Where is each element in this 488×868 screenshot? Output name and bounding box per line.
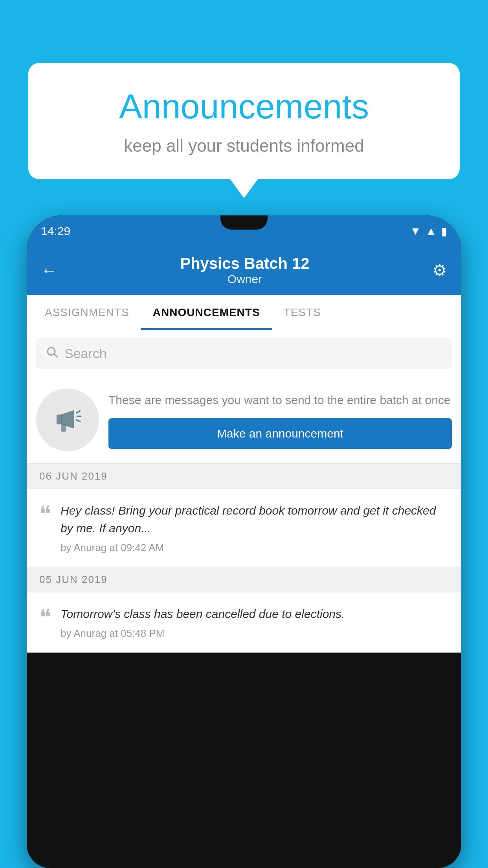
date-divider-2: 05 JUN 2019 — [27, 567, 461, 592]
phone-content: Search These are messages you want to se… — [27, 330, 461, 653]
announcement-text-1: Hey class! Bring your practical record b… — [61, 502, 449, 554]
search-icon — [46, 345, 58, 362]
tab-assignments[interactable]: ASSIGNMENTS — [33, 295, 141, 330]
settings-icon[interactable]: ⚙ — [432, 261, 447, 280]
promo-description: These are messages you want to send to t… — [108, 391, 452, 409]
bubble-title: Announcements — [44, 86, 444, 127]
promo-section: These are messages you want to send to t… — [27, 377, 461, 463]
announcement-meta-2: by Anurag at 05:48 PM — [61, 627, 449, 640]
date-divider-1: 06 JUN 2019 — [27, 463, 461, 489]
announcement-item-2[interactable]: ❝ Tomorrow's class has been cancelled du… — [27, 592, 461, 653]
megaphone-icon — [50, 402, 85, 438]
announcement-preview-1: Hey class! Bring your practical record b… — [61, 502, 449, 537]
announcement-text-2: Tomorrow's class has been cancelled due … — [61, 605, 449, 640]
tab-announcements[interactable]: ANNOUNCEMENTS — [141, 295, 272, 330]
header-center: Physics Batch 12 Owner — [180, 255, 309, 286]
back-button[interactable]: ← — [41, 261, 57, 280]
promo-icon-circle — [36, 388, 99, 451]
quote-icon-1: ❝ — [39, 503, 51, 554]
promo-right: These are messages you want to send to t… — [108, 391, 452, 449]
search-placeholder: Search — [64, 346, 107, 361]
announcement-preview-2: Tomorrow's class has been cancelled due … — [61, 605, 449, 623]
quote-icon-2: ❝ — [39, 607, 51, 640]
status-time: 14:29 — [41, 224, 70, 238]
batch-subtitle: Owner — [180, 272, 309, 286]
phone-frame: 14:29 ▼ ▲ ▮ ← Physics Batch 12 Owner ⚙ A… — [27, 215, 461, 868]
svg-line-1 — [54, 354, 57, 357]
app-header: ← Physics Batch 12 Owner ⚙ — [27, 247, 461, 295]
make-announcement-button[interactable]: Make an announcement — [108, 418, 452, 449]
notch — [220, 215, 268, 230]
speech-bubble-container: Announcements keep all your students inf… — [28, 63, 460, 179]
speech-bubble: Announcements keep all your students inf… — [28, 63, 460, 179]
status-icons: ▼ ▲ ▮ — [410, 225, 447, 238]
svg-rect-2 — [57, 415, 62, 425]
announcement-meta-1: by Anurag at 09:42 AM — [61, 542, 449, 554]
bubble-subtitle: keep all your students informed — [44, 136, 444, 156]
tab-tests[interactable]: TESTS — [272, 295, 333, 330]
svg-line-3 — [77, 411, 80, 413]
wifi-icon: ▼ — [410, 225, 421, 237]
signal-icon: ▲ — [426, 225, 437, 237]
search-bar[interactable]: Search — [36, 338, 452, 369]
svg-line-5 — [77, 420, 80, 422]
announcement-item-1[interactable]: ❝ Hey class! Bring your practical record… — [27, 489, 461, 567]
battery-icon: ▮ — [441, 225, 447, 238]
batch-title: Physics Batch 12 — [180, 255, 309, 272]
tabs-bar: ASSIGNMENTS ANNOUNCEMENTS TESTS — [27, 295, 461, 330]
status-bar: 14:29 ▼ ▲ ▮ — [27, 215, 461, 247]
